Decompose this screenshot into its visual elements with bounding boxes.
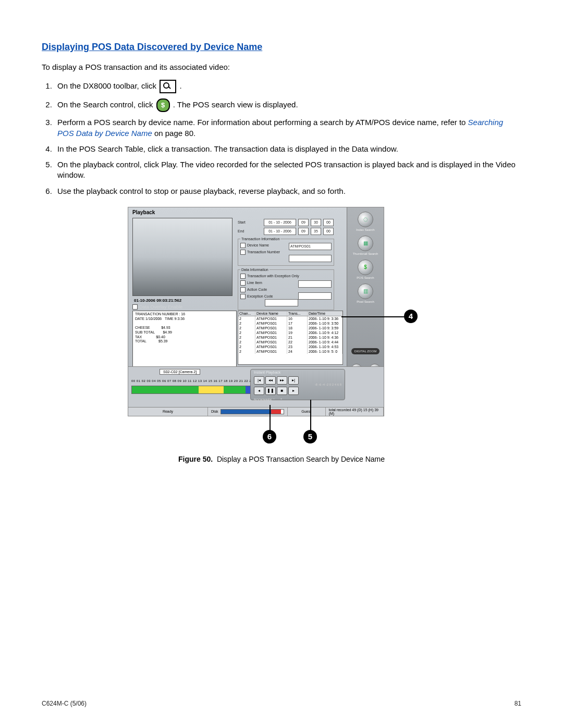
index-search-button[interactable]: ◌ [358, 212, 373, 227]
intro-text: To display a POS transaction and its ass… [42, 62, 521, 72]
data-window: TRANSACTION NUMBER : 16 DATE 1/10/2006 T… [132, 311, 237, 367]
figure-label: Figure 50. [178, 455, 213, 463]
col-trans[interactable]: Trans... [287, 311, 308, 316]
step-6: Use the playback control to stop or paus… [54, 186, 521, 196]
exception-code-label: Exception Code [247, 294, 273, 298]
start-hour[interactable]: 09 [298, 219, 309, 226]
section-heading: Displaying POS Data Discovered by Device… [42, 42, 521, 53]
step-1-pre: On the DX8000 toolbar, click [57, 81, 158, 90]
video-timestamp: 01-10-2006 09:03:21:562 [134, 298, 181, 303]
fast-forward-button[interactable]: ▸▸ [277, 376, 287, 385]
start-min[interactable]: 30 [311, 219, 321, 226]
table-row[interactable]: 2ATM/POS01222006- 1-10 9: 4:44 [238, 340, 342, 344]
pause-button[interactable]: ❚❚ [265, 387, 276, 395]
index-search-label: Index Search [347, 228, 384, 231]
status-disk: Disk [208, 408, 288, 416]
figure-caption-text: Display a POS Transaction Search by Devi… [217, 455, 385, 463]
footer-page-number: 81 [515, 700, 521, 707]
step-2-post: . The POS search view is displayed. [173, 100, 298, 109]
skip-back-button[interactable]: |◂ [254, 376, 264, 385]
data-overlay-enable-checkbox[interactable]: Data Overlay Enable [132, 304, 182, 310]
step-3-post: on page 80. [154, 129, 195, 138]
instant-playback-label: Instant Playback [251, 369, 345, 375]
callout-5: 5 [303, 430, 317, 443]
data-info-group: Data Information Transaction with Except… [238, 268, 334, 310]
table-row[interactable]: 2ATM/POS01232006- 1-10 9: 4:53 [238, 344, 342, 349]
bookmark-prev-button[interactable]: − [273, 397, 279, 402]
status-ready: Ready [128, 408, 208, 416]
disk-usage-bar [221, 409, 284, 414]
step-2-pre: On the Search control, click [57, 100, 155, 109]
start-label: Start [238, 220, 262, 224]
pos-search-label: POS Search [347, 276, 384, 279]
action-code-input[interactable] [298, 292, 332, 300]
step-2: On the Search control, click $ . The POS… [54, 98, 521, 112]
table-row[interactable]: 2ATM/POS01212006- 1-10 9: 4:36 [238, 335, 342, 340]
rewind-button[interactable]: ◂◂ [265, 376, 276, 385]
callout-4: 4 [404, 310, 418, 323]
col-channel[interactable]: Chan... [238, 311, 255, 316]
end-label: End [238, 229, 262, 233]
start-date-input[interactable]: 01 - 10 - 2006 [264, 219, 296, 226]
device-name-label: Device Name [247, 243, 269, 247]
playback-control-panel: Instant Playback |◂ ◂◂ ▸▸ ▸| ◂ ❚❚ ■ ▸ [250, 369, 345, 400]
table-row[interactable]: 2ATM/POS01242006- 1-10 9: 5: 0 [238, 349, 342, 354]
pos-search-icon: $ [156, 98, 170, 112]
trans-number-label: Transaction Number [247, 250, 280, 254]
device-name-checkbox[interactable] [240, 243, 246, 248]
play-reverse-button[interactable]: ◂ [254, 387, 264, 395]
speed-scale: -8 -6 -4 -2 0 2 4 6 8 [315, 383, 341, 386]
end-min[interactable]: 35 [311, 228, 321, 235]
end-date-input[interactable]: 01 - 10 - 2006 [264, 228, 296, 235]
pixel-search-label: Pixel Search [347, 300, 384, 303]
thumbnail-search-label: Thumbnail Search [347, 252, 384, 255]
skip-forward-button[interactable]: ▸| [288, 376, 299, 385]
table-row[interactable]: 2ATM/POS01182006- 1-10 9: 3:59 [238, 326, 342, 330]
figure-caption: Figure 50. Display a POS Transaction Sea… [128, 424, 435, 463]
table-row[interactable]: 2ATM/POS01162006- 1-10 9: 3:36 [238, 316, 342, 321]
status-guest: Guest [288, 408, 326, 416]
bookmark-label: BOOKMARK [254, 398, 272, 401]
camera-selector[interactable]: S02-C02 [Camera 2] [160, 369, 200, 375]
panel-title: Playback [132, 209, 155, 215]
device-name-input[interactable]: ATM/POS01 [289, 243, 332, 250]
pos-search-table[interactable]: Chan... Device Name Trans... Date/Time 2… [238, 311, 343, 365]
transaction-info-group: Transaction Information Device Name ATM/… [238, 237, 334, 266]
stop-button[interactable]: ■ [277, 387, 287, 395]
digital-zoom-label: DIGITAL ZOOM [351, 348, 380, 354]
data-overlay-enable-label: Data Overlay Enable [139, 304, 182, 310]
exception-only-checkbox[interactable] [240, 274, 246, 279]
line-item-checkbox[interactable] [240, 280, 246, 286]
pos-search-button[interactable]: $ [358, 260, 373, 275]
end-hour[interactable]: 09 [298, 228, 309, 235]
step-1-post: . [179, 81, 181, 90]
video-window: 01-10-2006 09:03:21:562 [132, 218, 232, 296]
start-sec[interactable]: 00 [323, 219, 334, 226]
exception-code-input[interactable] [265, 299, 298, 306]
action-code-checkbox[interactable] [240, 287, 246, 292]
col-device-name[interactable]: Device Name [255, 311, 287, 316]
footer-doc-id: C624M-C (5/06) [42, 700, 87, 707]
exception-code-checkbox[interactable] [240, 294, 246, 299]
trans-number-checkbox[interactable] [240, 250, 246, 255]
action-code-label: Action Code [247, 288, 267, 291]
table-row[interactable]: 2ATM/POS01172006- 1-10 9: 3:50 [238, 321, 342, 326]
line-item-label: Line Item [247, 281, 262, 285]
figure-screenshot: Playback 01-10-2006 09:03:21:562 Data Ov… [128, 207, 435, 463]
step-3-pre: Perform a POS search by device name. For… [57, 118, 468, 127]
bookmark-next-button[interactable]: + [280, 397, 287, 402]
callout-6: 6 [263, 430, 276, 443]
trans-number-input[interactable] [289, 255, 332, 262]
line-item-input[interactable] [298, 280, 332, 288]
table-row[interactable]: 2ATM/POS01192006- 1-10 9: 4:12 [238, 330, 342, 335]
col-datetime[interactable]: Date/Time [308, 311, 342, 316]
play-button[interactable]: ▸ [288, 387, 299, 395]
pixel-search-button[interactable]: ▥ [358, 283, 373, 299]
step-4: In the POS Search Table, click a transac… [54, 144, 521, 154]
end-sec[interactable]: 00 [323, 228, 334, 235]
search-icon [160, 80, 176, 93]
status-total-recorded: total recorded 49 (D) 15 (H) 39 (M) [326, 408, 384, 416]
data-info-legend: Data Information [240, 268, 270, 272]
status-bar: Ready Disk Guest total recorded 49 (D) 1… [128, 407, 384, 416]
thumbnail-search-button[interactable]: ▦ [358, 236, 373, 251]
